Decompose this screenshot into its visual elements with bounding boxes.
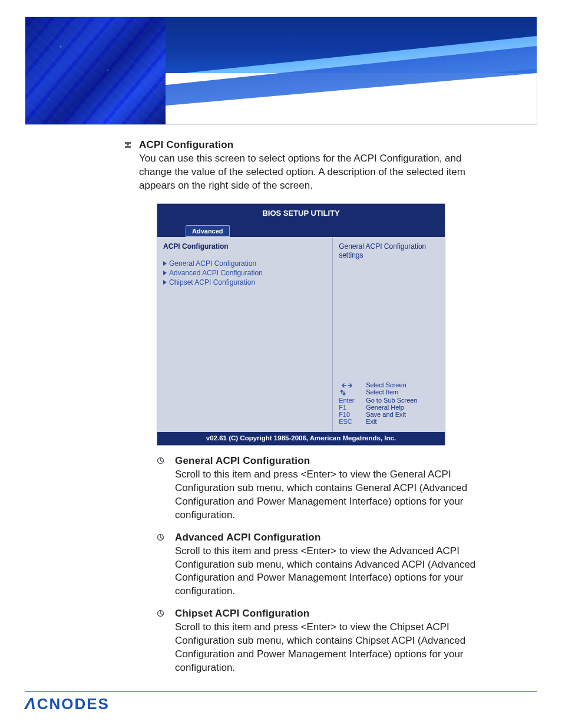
bios-context-help: General ACPI Configuration settings xyxy=(339,242,439,260)
header-banner xyxy=(25,17,537,125)
bios-menu-item[interactable]: Advanced ACPI Configuration xyxy=(163,268,326,278)
brand-name: CNODES xyxy=(37,695,110,713)
submenu-arrow-icon xyxy=(163,271,167,275)
sub-bullet-icon xyxy=(157,457,164,465)
key-help-label: Go to Sub Screen xyxy=(366,397,439,404)
bios-menu-label: General ACPI Configuration xyxy=(169,259,256,268)
sub-title: Chipset ACPI Configuration xyxy=(175,608,491,620)
bios-key-help: Select Screen Select Item Enter Go to Su… xyxy=(339,381,439,425)
submenu-arrow-icon xyxy=(163,261,167,266)
brand-logo: Λ CNODES xyxy=(25,694,562,713)
key-help-label: General Help xyxy=(366,404,439,411)
key-left-right-icon xyxy=(339,381,362,388)
key-name: ESC xyxy=(339,418,362,425)
sub-description: Scroll to this item and press <Enter> to… xyxy=(175,621,491,675)
section-description: You can use this screen to select option… xyxy=(139,152,491,193)
bios-footer: v02.61 (C) Copyright 1985-2006, American… xyxy=(157,432,445,446)
bios-screenshot: BIOS SETUP UTILITY Advanced ACPI Configu… xyxy=(157,203,445,446)
key-name: F10 xyxy=(339,411,362,418)
sub-title: Advanced ACPI Configuration xyxy=(175,532,491,543)
key-name: Enter xyxy=(339,397,362,404)
key-help-label: Select Screen xyxy=(366,381,439,388)
banner-photo xyxy=(25,17,166,124)
subitem-advanced-acpi: Advanced ACPI Configuration Scroll to th… xyxy=(157,532,491,599)
svg-rect-1 xyxy=(125,146,131,148)
section-acpi-configuration: ACPI Configuration You can use this scre… xyxy=(124,136,491,675)
sub-bullet-icon xyxy=(157,610,164,617)
bios-menu-item[interactable]: Chipset ACPI Configuration xyxy=(163,278,326,287)
bios-titlebar: BIOS SETUP UTILITY xyxy=(157,203,445,223)
bios-heading: ACPI Configuration xyxy=(163,242,326,251)
key-name: F1 xyxy=(339,404,362,411)
bios-tab-advanced[interactable]: Advanced xyxy=(186,225,230,237)
key-help-label: Exit xyxy=(366,418,439,425)
key-help-label: Select Item xyxy=(366,388,439,397)
bios-menu-item[interactable]: General ACPI Configuration xyxy=(163,259,326,268)
subitem-general-acpi: General ACPI Configuration Scroll to thi… xyxy=(157,455,491,522)
key-up-down-icon xyxy=(339,388,362,397)
bios-right-pane: General ACPI Configuration settings Sele… xyxy=(333,238,445,432)
bios-left-pane: ACPI Configuration General ACPI Configur… xyxy=(157,238,333,432)
footer-rule xyxy=(25,691,537,692)
submenu-arrow-icon xyxy=(163,280,167,285)
key-help-label: Save and Exit xyxy=(366,411,439,418)
bios-menu-label: Advanced ACPI Configuration xyxy=(169,269,263,277)
sub-bullet-icon xyxy=(157,533,164,541)
sub-description: Scroll to this item and press <Enter> to… xyxy=(175,468,491,522)
bios-menu-label: Chipset ACPI Configuration xyxy=(169,278,255,286)
subitem-chipset-acpi: Chipset ACPI Configuration Scroll to thi… xyxy=(157,608,491,675)
brand-mark-icon: Λ xyxy=(25,694,37,713)
sub-title: General ACPI Configuration xyxy=(175,455,491,467)
svg-rect-0 xyxy=(125,142,131,144)
sub-description: Scroll to this item and press <Enter> to… xyxy=(175,545,491,599)
section-title: ACPI Configuration xyxy=(139,139,491,151)
bios-tab-strip: Advanced xyxy=(157,223,445,237)
section-bullet-icon xyxy=(124,141,132,149)
